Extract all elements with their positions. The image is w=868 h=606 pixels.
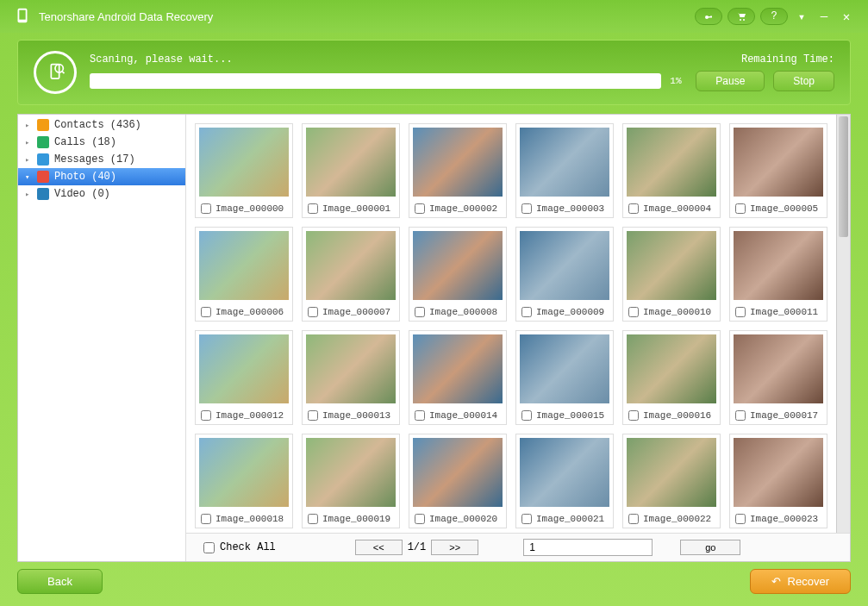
help-button[interactable]: ? [760,8,788,25]
key-button[interactable] [695,8,722,25]
thumb-filename: Image_000000 [215,203,284,214]
photo-thumb[interactable]: Image_000017 [729,330,827,425]
thumb-filename: Image_000009 [536,307,604,317]
thumb-filename: Image_000016 [643,410,711,421]
thumb-filename: Image_000007 [322,307,390,317]
scrollbar-thumb[interactable] [839,116,848,237]
next-page-button[interactable]: >> [431,540,478,555]
thumb-checkbox[interactable] [521,514,532,524]
recover-button[interactable]: ↶ Recover [750,569,851,594]
thumb-checkbox[interactable] [201,203,211,214]
thumb-image [520,231,609,300]
close-button[interactable]: ✕ [838,8,855,25]
chevron-icon: ▸ [25,155,29,165]
thumb-checkbox[interactable] [628,410,639,421]
photo-thumb[interactable]: Image_000019 [302,434,400,528]
photo-thumb[interactable]: Image_000013 [302,330,400,425]
photo-thumb[interactable]: Image_000011 [729,227,827,322]
sidebar-item-label: Video (0) [54,188,110,200]
photo-thumb[interactable]: Image_000010 [622,227,721,322]
sidebar-item-4[interactable]: ▸Video (0) [18,185,185,203]
thumb-checkbox[interactable] [415,203,425,214]
thumb-filename: Image_000020 [429,514,497,524]
minimize-button[interactable]: — [815,8,833,25]
photo-thumb[interactable]: Image_000022 [622,434,721,528]
photo-thumb[interactable]: Image_000005 [729,123,827,218]
prev-page-button[interactable]: << [355,540,403,555]
stop-button[interactable]: Stop [773,71,834,91]
photo-thumb[interactable]: Image_000018 [195,434,293,528]
check-all[interactable]: Check All [203,541,276,553]
thumb-checkbox[interactable] [735,514,746,524]
thumb-checkbox[interactable] [308,307,318,317]
thumb-filename: Image_000001 [322,203,390,214]
thumb-checkbox[interactable] [735,410,746,421]
dropdown-icon[interactable]: ▾ [793,8,810,25]
sidebar-item-2[interactable]: ▸Messages (17) [18,151,185,168]
photo-thumb[interactable]: Image_000006 [195,227,293,322]
thumb-filename: Image_000019 [322,514,390,524]
thumb-checkbox[interactable] [521,307,532,317]
titlebar: Tenorshare Android Data Recovery ? ▾ — ✕ [0,0,868,33]
thumb-checkbox[interactable] [201,514,211,524]
thumb-image [734,334,823,403]
photo-thumb[interactable]: Image_000015 [515,330,614,425]
remaining-time-label: Remaining Time: [741,53,834,66]
thumb-checkbox[interactable] [628,514,639,524]
photo-thumb[interactable]: Image_000014 [409,330,507,425]
thumb-image [306,334,396,403]
scrollbar[interactable] [836,115,850,533]
bottom-bar: Check All << 1/1 >> go [186,533,850,561]
thumb-image [520,438,609,507]
category-icon [37,171,49,183]
undo-icon: ↶ [771,575,781,588]
photo-thumb[interactable]: Image_000012 [195,330,293,425]
thumb-image [199,128,289,197]
thumb-checkbox[interactable] [521,410,532,421]
thumb-checkbox[interactable] [308,203,318,214]
go-button[interactable]: go [680,540,740,555]
thumb-checkbox[interactable] [735,203,746,214]
footer: Back ↶ Recover [17,569,851,594]
thumb-checkbox[interactable] [415,410,425,421]
photo-thumb[interactable]: Image_000000 [195,123,293,218]
thumb-checkbox[interactable] [735,307,746,317]
photo-thumb[interactable]: Image_000004 [622,123,721,218]
thumb-image [306,128,396,197]
photo-thumb[interactable]: Image_000001 [302,123,400,218]
cart-button[interactable] [727,8,755,25]
page-input[interactable] [523,539,653,556]
photo-thumb[interactable]: Image_000020 [409,434,507,528]
sidebar-item-0[interactable]: ▸Contacts (436) [18,116,185,134]
thumb-filename: Image_000003 [536,203,604,214]
thumb-filename: Image_000014 [429,410,497,421]
pause-button[interactable]: Pause [696,71,765,91]
thumb-checkbox[interactable] [201,307,211,317]
thumb-image [199,334,289,403]
back-button[interactable]: Back [17,569,103,594]
check-all-checkbox[interactable] [203,542,215,553]
photo-thumb[interactable]: Image_000009 [515,227,614,322]
thumb-checkbox[interactable] [308,514,318,524]
thumb-checkbox[interactable] [628,307,639,317]
photo-thumb[interactable]: Image_000002 [409,123,507,218]
content: ▸Contacts (436)▸Calls (18)▸Messages (17)… [17,114,851,562]
thumb-checkbox[interactable] [308,410,318,421]
thumb-filename: Image_000008 [429,307,497,317]
thumb-checkbox[interactable] [521,203,532,214]
thumb-checkbox[interactable] [201,410,211,421]
photo-thumb[interactable]: Image_000007 [302,227,400,322]
thumb-checkbox[interactable] [415,307,425,317]
photo-thumb[interactable]: Image_000023 [729,434,827,528]
scan-percent: 1% [670,76,687,86]
sidebar-item-1[interactable]: ▸Calls (18) [18,134,185,151]
photo-thumb[interactable]: Image_000021 [515,434,614,528]
thumb-checkbox[interactable] [415,514,425,524]
photo-thumb[interactable]: Image_000003 [515,123,614,218]
thumb-filename: Image_000022 [643,514,711,524]
sidebar-item-3[interactable]: ▾Photo (40) [18,168,185,185]
photo-thumb[interactable]: Image_000008 [409,227,507,322]
thumb-checkbox[interactable] [628,203,639,214]
photo-thumb[interactable]: Image_000016 [622,330,721,425]
thumb-filename: Image_000023 [750,514,818,524]
